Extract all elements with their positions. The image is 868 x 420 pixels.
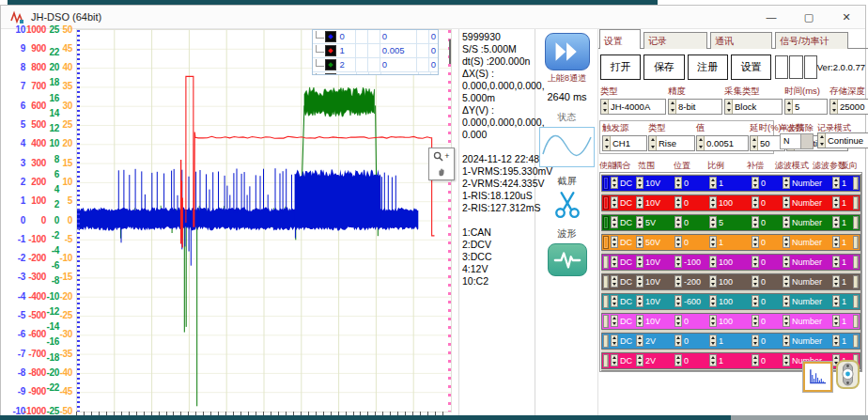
form-control-4[interactable]: 25000	[829, 99, 868, 115]
channel-coupling-arrows[interactable]	[611, 315, 618, 327]
form-control-3[interactable]: 5	[784, 99, 828, 115]
channel-position[interactable]: 0	[674, 334, 709, 348]
channel-filter-param[interactable]: 1	[832, 216, 853, 229]
channel-position[interactable]: -600	[674, 295, 709, 308]
channel-range[interactable]: 10V	[636, 256, 674, 269]
channel-filter-mode[interactable]: Number	[783, 334, 832, 348]
channel-coupling[interactable]: DC	[611, 216, 636, 229]
channel-invert-button[interactable]	[853, 196, 859, 210]
channel-comp-arrows[interactable]	[752, 196, 759, 209]
channel-range-arrows[interactable]	[636, 334, 643, 347]
channel-scale[interactable]: 100	[709, 295, 752, 308]
channel-range-arrows[interactable]	[636, 256, 643, 268]
trigger-control-2[interactable]: 0.0051	[696, 135, 749, 151]
channel-coupling[interactable]: DC	[611, 236, 636, 249]
channel-scale[interactable]: 100	[709, 315, 752, 328]
channel-filter-param-arrows[interactable]	[832, 256, 840, 268]
channel-scale-arrows[interactable]	[709, 236, 717, 248]
channel-range[interactable]: 10V	[636, 315, 674, 328]
channel-scale-arrows[interactable]	[709, 216, 717, 228]
channel-filter-mode-arrows[interactable]	[783, 196, 790, 209]
indicator-box-1[interactable]	[789, 55, 802, 79]
channel-coupling[interactable]: DC	[611, 295, 636, 308]
channel-enable-button[interactable]	[603, 256, 609, 269]
channel-filter-param[interactable]: 1	[832, 295, 853, 308]
channel-range-arrows[interactable]	[636, 315, 643, 327]
channel-range-arrows[interactable]	[636, 216, 643, 228]
channel-coupling-arrows[interactable]	[611, 216, 618, 228]
channel-comp[interactable]: 0	[752, 334, 783, 348]
toolbar-button-3[interactable]: 设置	[731, 54, 771, 80]
channel-coupling[interactable]: DC	[611, 256, 636, 269]
channel-filter-mode[interactable]: Number	[783, 236, 832, 249]
channel-comp[interactable]: 0	[752, 216, 783, 229]
channel-position-arrows[interactable]	[674, 216, 682, 228]
channel-enable-button[interactable]	[603, 295, 609, 308]
channel-range[interactable]: 2V	[636, 334, 674, 348]
channel-range[interactable]: 5V	[636, 216, 674, 229]
channel-enable-button[interactable]	[603, 177, 609, 190]
toolbar-button-1[interactable]: 保存	[643, 54, 684, 80]
record-mode-control[interactable]: Continue	[817, 132, 868, 148]
channel-scale-arrows[interactable]	[709, 177, 717, 189]
channel-comp[interactable]: 0	[752, 315, 783, 328]
single-clear-knob[interactable]	[800, 134, 813, 148]
channel-filter-mode-arrows[interactable]	[783, 216, 790, 228]
channel-filter-mode[interactable]: Number	[783, 256, 832, 269]
channel-position-arrows[interactable]	[674, 275, 682, 288]
channel-invert-button[interactable]	[853, 216, 859, 229]
form-control-0[interactable]: JH-4000A	[600, 99, 666, 115]
channel-position[interactable]: -100	[674, 256, 709, 269]
channel-comp-arrows[interactable]	[752, 236, 759, 248]
channel-range-arrows[interactable]	[636, 275, 643, 288]
plot-tools[interactable]: +	[428, 148, 455, 180]
channel-comp[interactable]: 0	[752, 295, 783, 308]
channel-filter-mode-arrows[interactable]	[783, 177, 790, 189]
plot-area[interactable]: 00010.0050200 +	[76, 29, 452, 412]
channel-scale[interactable]: 1	[709, 177, 752, 190]
channel-filter-param-arrows[interactable]	[832, 295, 840, 307]
channel-comp[interactable]: 0	[752, 196, 783, 210]
channel-scale[interactable]: 100	[709, 256, 752, 269]
channel-range[interactable]: 10V	[636, 196, 674, 210]
run-acquire-button[interactable]	[545, 33, 590, 70]
channel-comp[interactable]: 0	[752, 177, 783, 190]
channel-filter-param[interactable]: 1	[832, 236, 853, 249]
channel-coupling-arrows[interactable]	[611, 196, 618, 209]
channel-filter-mode[interactable]: Number	[783, 275, 832, 288]
tab-3[interactable]: 信号/功率计	[775, 32, 848, 49]
channel-enable-button[interactable]	[603, 216, 609, 229]
channel-coupling[interactable]: DC	[611, 334, 636, 348]
channel-enable-button[interactable]	[603, 315, 609, 328]
channel-comp-arrows[interactable]	[752, 295, 759, 307]
channel-filter-mode[interactable]: Number	[783, 216, 832, 229]
trigger-control-0[interactable]: CH1	[602, 135, 647, 151]
spectrum-button[interactable]	[803, 362, 832, 392]
channel-filter-param-arrows[interactable]	[832, 236, 840, 248]
channel-scale-arrows[interactable]	[709, 275, 717, 288]
channel-coupling[interactable]: DC	[611, 196, 636, 210]
legend-row[interactable]: 000	[313, 30, 438, 44]
channel-scale-arrows[interactable]	[709, 256, 717, 268]
channel-scale-arrows[interactable]	[709, 334, 717, 347]
channel-filter-mode[interactable]: Number	[783, 196, 832, 210]
legend-row[interactable]: 200	[313, 58, 438, 72]
form-control-1-arrows[interactable]	[669, 100, 676, 114]
channel-comp-arrows[interactable]	[752, 256, 759, 268]
channel-filter-param[interactable]: 1	[832, 315, 853, 328]
channel-comp-arrows[interactable]	[752, 216, 759, 228]
channel-comp-arrows[interactable]	[752, 275, 759, 288]
channel-range-arrows[interactable]	[636, 236, 643, 248]
toolbar-button-2[interactable]: 注册	[688, 54, 728, 80]
titlebar[interactable]: JH-DSO (64bit) — ▢ ✕	[1, 6, 865, 29]
channel-position[interactable]: 0	[674, 196, 709, 210]
channel-position-arrows[interactable]	[674, 196, 682, 209]
zoom-icon[interactable]	[433, 151, 443, 162]
close-button[interactable]: ✕	[828, 6, 865, 28]
channel-position-arrows[interactable]	[674, 315, 682, 327]
channel-position[interactable]: 0	[674, 236, 709, 249]
channel-filter-mode-arrows[interactable]	[783, 295, 790, 307]
channel-filter-mode-arrows[interactable]	[783, 334, 790, 347]
channel-filter-param-arrows[interactable]	[832, 216, 840, 228]
channel-filter-param[interactable]: 1	[832, 256, 853, 269]
